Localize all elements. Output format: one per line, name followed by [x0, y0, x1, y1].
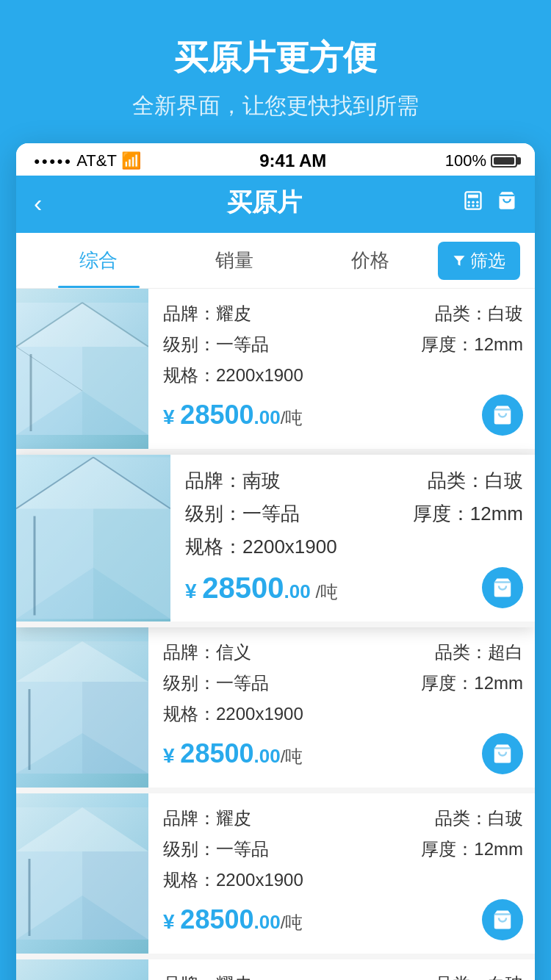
tab-sales[interactable]: 销量 [167, 233, 303, 288]
price-row: ¥ 28500.00/吨 [163, 899, 523, 940]
svg-marker-9 [454, 256, 465, 266]
product-list: 品牌：耀皮 品类：白玻 级别：一等品 厚度：12mm 规格：2200x1900 … [16, 289, 535, 980]
price-row: ¥ 28500.00/吨 [163, 394, 523, 436]
spec-field: 规格：2200x1900 [163, 364, 523, 387]
svg-rect-30 [82, 682, 148, 774]
product-row: 级别：一等品 厚度：12mm [163, 333, 523, 356]
carrier-label: AT&T [76, 151, 117, 170]
svg-point-3 [472, 201, 475, 203]
nav-icons [451, 190, 517, 216]
calculator-icon[interactable] [463, 190, 483, 216]
product-image-5 [16, 959, 148, 980]
grade-field: 级别：一等品 [163, 671, 269, 695]
product-price: ¥ 28500.00/吨 [163, 904, 303, 935]
thickness-field: 厚度：12mm [421, 671, 523, 695]
tab-price[interactable]: 价格 [302, 233, 438, 288]
category-field: 品类：白玻 [435, 807, 523, 830]
product-item: 品牌：耀皮 品类：白玻 级别：一等品 厚度：12mm 规格：2200x1900 … [16, 793, 535, 959]
product-row: 品牌：耀皮 品类：白玻 [163, 302, 523, 325]
thickness-field: 厚度：12mm [421, 837, 523, 861]
product-info-3: 品牌：信义 品类：超白 级别：一等品 厚度：12mm 规格：2200x1900 … [148, 627, 535, 788]
category-field: 品类：白玻 [435, 302, 523, 325]
price-row: ¥ 28500.00 /吨 [185, 567, 523, 608]
promo-title: 买原片更方便 [22, 35, 529, 81]
wifi-icon: 📶 [121, 151, 141, 170]
product-row: 品牌：南玻 品类：白玻 [185, 468, 523, 494]
grade-field: 级别：一等品 [185, 501, 300, 527]
filter-icon [453, 254, 466, 267]
nav-title: 买原片 [227, 186, 302, 220]
product-price: ¥ 28500.00/吨 [163, 400, 303, 430]
product-info-2: 品牌：南玻 品类：白玻 级别：一等品 厚度：12mm 规格：2200x1900 … [170, 455, 535, 621]
svg-rect-14 [16, 347, 82, 435]
spec-field: 规格：2200x1900 [163, 702, 523, 726]
svg-point-6 [472, 204, 475, 207]
add-to-cart-button[interactable] [482, 394, 523, 436]
svg-rect-36 [82, 851, 148, 940]
svg-rect-23 [16, 509, 93, 619]
category-field: 品类：超白 [435, 641, 523, 664]
svg-point-2 [467, 201, 470, 203]
thickness-field: 厚度：12mm [413, 501, 523, 527]
cart-icon[interactable] [497, 190, 517, 216]
status-time: 9:41 AM [259, 151, 326, 171]
nav-bar: ‹ 买原片 [16, 176, 535, 233]
brand-field: 品牌：耀皮 [163, 973, 251, 980]
product-row: 级别：一等品 厚度：12mm [163, 837, 523, 861]
product-price: ¥ 28500.00/吨 [163, 738, 303, 769]
back-button[interactable]: ‹ [34, 189, 78, 217]
filter-button[interactable]: 筛选 [438, 242, 520, 280]
product-item: 品牌：耀皮 品类：白玻 级别：一等品 厚度：12mm 规格：2200x1900 … [16, 289, 535, 455]
svg-point-4 [476, 201, 479, 203]
product-image-1 [16, 289, 148, 449]
product-row: 级别：一等品 厚度：12mm [163, 671, 523, 695]
svg-rect-1 [468, 194, 478, 198]
promo-subtitle: 全新界面，让您更快找到所需 [22, 91, 529, 121]
add-to-cart-button[interactable] [482, 899, 523, 940]
battery-percent: 100% [445, 151, 486, 170]
product-price: ¥ 28500.00 /吨 [185, 572, 338, 605]
product-image-2 [16, 455, 170, 621]
svg-rect-15 [82, 347, 148, 435]
thickness-field: 厚度：12mm [421, 333, 523, 356]
signal-dots: ●●●●● [34, 155, 72, 167]
filter-bar: 综合 销量 价格 筛选 [16, 233, 535, 289]
brand-field: 品牌：南玻 [185, 468, 281, 494]
add-to-cart-button[interactable] [482, 733, 523, 774]
product-item-highlighted: 品牌：南玻 品类：白玻 级别：一等品 厚度：12mm 规格：2200x1900 … [16, 455, 535, 627]
product-info-4: 品牌：耀皮 品类：白玻 级别：一等品 厚度：12mm 规格：2200x1900 … [148, 793, 535, 954]
brand-field: 品牌：耀皮 [163, 302, 251, 325]
status-left: ●●●●● AT&T 📶 [34, 151, 141, 170]
grade-field: 级别：一等品 [163, 333, 269, 356]
brand-field: 品牌：信义 [163, 641, 251, 664]
price-row: ¥ 28500.00/吨 [163, 733, 523, 774]
svg-rect-35 [16, 851, 82, 940]
product-info-5: 品牌：耀皮 品类：白玻 [148, 959, 535, 980]
svg-point-5 [467, 204, 470, 207]
svg-rect-24 [93, 509, 170, 619]
product-info-1: 品牌：耀皮 品类：白玻 级别：一等品 厚度：12mm 规格：2200x1900 … [148, 289, 535, 449]
product-row: 级别：一等品 厚度：12mm [185, 501, 523, 527]
grade-field: 级别：一等品 [163, 837, 269, 861]
phone-frame: ●●●●● AT&T 📶 9:41 AM 100% ‹ 买原片 [16, 143, 535, 980]
product-row: 品牌：耀皮 品类：白玻 [163, 973, 523, 980]
category-field: 品类：白玻 [435, 973, 523, 980]
product-image-3 [16, 627, 148, 788]
product-image-4 [16, 793, 148, 954]
svg-point-7 [476, 204, 479, 207]
add-to-cart-button[interactable] [482, 567, 523, 608]
status-bar: ●●●●● AT&T 📶 9:41 AM 100% [16, 143, 535, 176]
status-right: 100% [445, 151, 517, 170]
svg-rect-29 [16, 682, 82, 774]
product-item-partial: 品牌：耀皮 品类：白玻 [16, 959, 535, 980]
battery-icon [491, 154, 517, 167]
category-field: 品类：白玻 [428, 468, 523, 494]
product-row: 品牌：耀皮 品类：白玻 [163, 807, 523, 830]
spec-field: 规格：2200x1900 [163, 868, 523, 892]
spec-field: 规格：2200x1900 [185, 534, 523, 560]
tab-comprehensive[interactable]: 综合 [31, 233, 167, 288]
product-row: 品牌：信义 品类：超白 [163, 641, 523, 664]
brand-field: 品牌：耀皮 [163, 807, 251, 830]
product-item: 品牌：信义 品类：超白 级别：一等品 厚度：12mm 规格：2200x1900 … [16, 627, 535, 793]
promo-area: 买原片更方便 全新界面，让您更快找到所需 [0, 0, 551, 143]
